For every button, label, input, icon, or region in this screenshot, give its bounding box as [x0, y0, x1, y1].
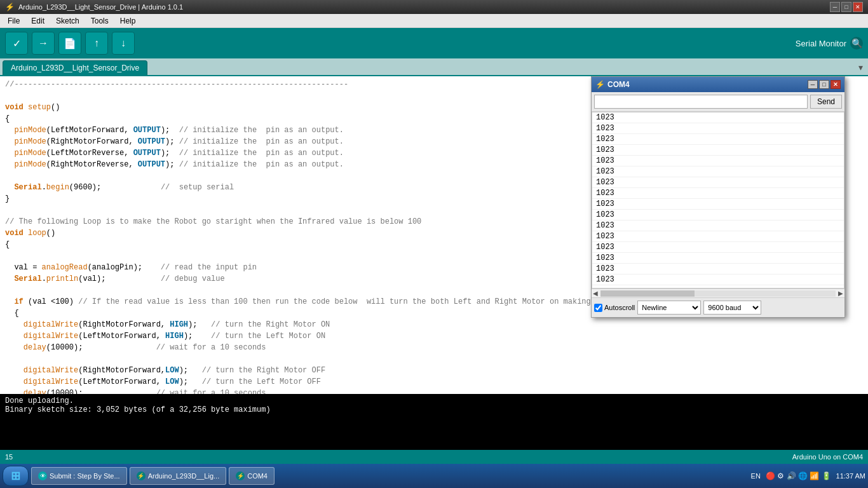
com4-title-text: COM4	[607, 80, 630, 89]
app-icon: ⚡	[5, 3, 15, 11]
com4-send-button[interactable]: Send	[810, 95, 842, 109]
menu-help[interactable]: Help	[115, 15, 141, 27]
title-bar-left: ⚡ Arduino_L293D__Light_Sensor_Drive | Ar…	[5, 3, 183, 11]
taskbar-item-arduino[interactable]: ⚡ Arduino_L293D__Lig...	[130, 467, 227, 485]
com4-horizontal-scrollbar[interactable]: ◀ ▶	[592, 288, 844, 297]
hscroll-right-arrow[interactable]: ▶	[837, 290, 844, 297]
menu-bar: File Edit Sketch Tools Help	[0, 14, 868, 28]
autoscroll-label: Autoscroll	[594, 304, 635, 312]
serial-monitor-label: Serial Monitor	[796, 39, 846, 48]
close-button[interactable]: ✕	[853, 2, 863, 12]
com4-title-icon: ⚡	[595, 80, 605, 89]
tab-label: Arduino_L293D__Light_Sensor_Drive	[11, 64, 139, 72]
menu-sketch[interactable]: Sketch	[51, 15, 85, 27]
menu-tools[interactable]: Tools	[86, 15, 114, 27]
com4-minimize-button[interactable]: ─	[808, 80, 818, 89]
editor-tab[interactable]: Arduino_L293D__Light_Sensor_Drive	[3, 60, 147, 75]
hscroll-thumb[interactable]	[600, 290, 695, 297]
com4-input-field[interactable]	[594, 95, 808, 109]
taskbar: ⊞ 👁 Submit : Step By Ste... ⚡ Arduino_L2…	[0, 464, 868, 488]
line-number: 15	[5, 453, 13, 461]
serial-monitor-button[interactable]: Serial Monitor 🔍	[796, 37, 863, 50]
window-title: Arduino_L293D__Light_Sensor_Drive | Ardu…	[18, 3, 183, 11]
minimize-button[interactable]: ─	[830, 2, 840, 12]
save-button[interactable]: ↓	[112, 32, 135, 55]
taskbar-left: ⊞ 👁 Submit : Step By Ste... ⚡ Arduino_L2…	[3, 466, 275, 486]
com4-serial-monitor: ⚡ COM4 ─ □ ✕ Send 1023102310231023102310…	[591, 76, 845, 318]
taskbar-item-com4-label: COM4	[247, 472, 268, 480]
com4-title-left: ⚡ COM4	[595, 80, 630, 89]
toolbar: ✓ → 📄 ↑ ↓ Serial Monitor 🔍	[0, 28, 868, 58]
menu-edit[interactable]: Edit	[26, 15, 50, 27]
time-display: 11:37 AM	[836, 472, 865, 480]
maximize-button[interactable]: □	[841, 2, 851, 12]
taskbar-item-arduino-label: Arduino_L293D__Lig...	[148, 472, 220, 480]
toolbar-left: ✓ → 📄 ↑ ↓	[5, 32, 135, 55]
content-wrapper: //--------------------------------------…	[0, 76, 868, 450]
submit-icon: 👁	[38, 471, 47, 480]
tab-bar: Arduino_L293D__Light_Sensor_Drive ▾	[0, 58, 868, 76]
com4-output-area: 1023102310231023102310231023102310231023…	[592, 112, 844, 288]
arduino-icon: ⚡	[137, 471, 146, 480]
hscroll-track[interactable]	[600, 290, 836, 297]
board-info: Arduino Uno on COM4	[792, 453, 863, 461]
com4-footer: Autoscroll Newline No line ending Carria…	[592, 297, 844, 317]
autoscroll-checkbox[interactable]	[594, 304, 602, 312]
com4-close-button[interactable]: ✕	[831, 80, 841, 89]
bottom-status-bar: 15 Arduino Uno on COM4	[0, 450, 868, 464]
com4-controls: ─ □ ✕	[808, 80, 841, 89]
taskbar-item-submit[interactable]: 👁 Submit : Step By Ste...	[31, 467, 127, 485]
autoscroll-text: Autoscroll	[604, 304, 635, 311]
com4-maximize-button[interactable]: □	[819, 80, 829, 89]
taskbar-right: EN 🔴 ⚙ 🔊 🌐 📶 🔋 11:37 AM	[751, 471, 865, 480]
console-line-2: Binary sketch size: 3,052 bytes (of a 32…	[5, 405, 863, 414]
console-area: Done uploading. Binary sketch size: 3,05…	[0, 394, 868, 450]
taskbar-item-submit-label: Submit : Step By Ste...	[50, 472, 120, 480]
title-bar-controls: ─ □ ✕	[830, 2, 863, 12]
com4-taskbar-icon: ⚡	[236, 471, 245, 480]
console-line-1: Done uploading.	[5, 396, 863, 405]
language-indicator: EN	[751, 472, 761, 480]
magnifier-icon: 🔍	[850, 37, 863, 50]
open-button[interactable]: ↑	[85, 32, 108, 55]
upload-button[interactable]: →	[32, 32, 55, 55]
menu-file[interactable]: File	[3, 15, 25, 27]
baud-rate-select[interactable]: 300 baud 1200 baud 2400 baud 4800 baud 9…	[703, 301, 761, 315]
system-icons: 🔴 ⚙ 🔊 🌐 📶 🔋	[766, 471, 831, 480]
verify-button[interactable]: ✓	[5, 32, 28, 55]
new-button[interactable]: 📄	[58, 32, 81, 55]
start-button[interactable]: ⊞	[3, 466, 29, 486]
newline-select[interactable]: Newline No line ending Carriage return B…	[637, 301, 701, 315]
com4-input-row: Send	[592, 92, 844, 112]
clock: 11:37 AM	[836, 472, 865, 480]
tab-arrow[interactable]: ▾	[856, 60, 865, 75]
taskbar-item-com4[interactable]: ⚡ COM4	[229, 467, 275, 485]
hscroll-left-arrow[interactable]: ◀	[592, 290, 599, 297]
com4-title-bar: ⚡ COM4 ─ □ ✕	[592, 77, 844, 92]
title-bar: ⚡ Arduino_L293D__Light_Sensor_Drive | Ar…	[0, 0, 868, 14]
